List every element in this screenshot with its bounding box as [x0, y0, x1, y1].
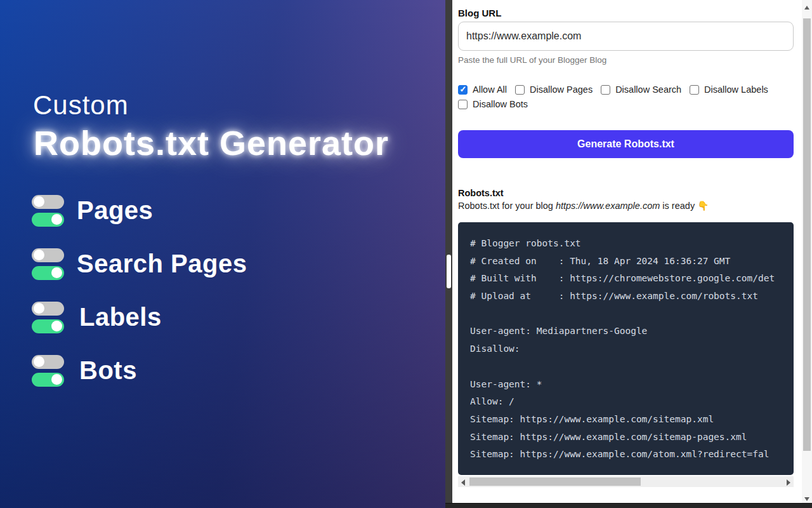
- code-line: Disallow:: [470, 344, 794, 361]
- checkbox-disallow-labels[interactable]: Disallow Labels: [690, 84, 768, 95]
- checkbox-unchecked-icon[interactable]: [690, 85, 699, 95]
- code-line: Sitemap: https://www.example.com/sitemap…: [470, 432, 794, 450]
- page-vertical-scrollbar-thumb[interactable]: [803, 18, 811, 451]
- window-bottom-edge: [445, 503, 812, 508]
- toggle-knob-icon: [34, 303, 44, 314]
- feature-toggle-list: Pages Search Pages Labels: [32, 194, 247, 387]
- code-line: # Created on : Thu, 18 Apr 2024 16:36:27…: [470, 256, 794, 274]
- checkbox-disallow-search[interactable]: Disallow Search: [601, 84, 681, 95]
- code-line: Allow: /: [470, 396, 794, 414]
- checkbox-disallow-pages[interactable]: Disallow Pages: [515, 84, 593, 95]
- toggle-label-pages: Pages: [77, 196, 153, 225]
- scroll-right-arrow-icon[interactable]: [787, 479, 790, 486]
- toggle-knob-icon: [51, 214, 62, 225]
- checkbox-label: Allow All: [473, 84, 507, 95]
- toggle-item-pages: Pages: [32, 194, 247, 227]
- generate-robots-button[interactable]: Generate Robots.txt: [458, 130, 794, 158]
- search-pages-switch-stack: [32, 248, 64, 280]
- toggle-knob-icon: [51, 374, 62, 385]
- bots-switch-stack: [32, 355, 64, 387]
- scroll-left-arrow-icon[interactable]: [461, 479, 465, 486]
- toggle-item-search-pages: Search Pages: [32, 248, 247, 280]
- code-line: # Built with : https://chromewebstore.go…: [470, 273, 794, 291]
- pages-toggle-off-icon[interactable]: [32, 195, 64, 209]
- bots-toggle-on-icon[interactable]: [32, 373, 64, 387]
- search-pages-toggle-off-icon[interactable]: [32, 248, 64, 262]
- robots-generator-popup: Blog URL Paste the full URL of your Blog…: [452, 0, 802, 503]
- code-line: User-agent: *: [470, 379, 794, 397]
- checkbox-label: Disallow Pages: [530, 84, 593, 95]
- popup-left-scrollbar-thumb[interactable]: [447, 255, 451, 288]
- scroll-up-arrow-icon[interactable]: [804, 6, 809, 10]
- toggle-knob-icon: [34, 196, 44, 207]
- labels-switch-stack: [32, 302, 64, 333]
- labels-toggle-on-icon[interactable]: [32, 319, 64, 333]
- toggle-knob-icon: [34, 250, 44, 260]
- result-subtitle-suffix: is ready 👇: [660, 201, 709, 211]
- checkbox-disallow-bots[interactable]: Disallow Bots: [458, 99, 528, 109]
- pages-toggle-on-icon[interactable]: [32, 213, 64, 227]
- toggle-label-bots: Bots: [79, 356, 137, 385]
- code-horizontal-scrollbar[interactable]: [458, 476, 794, 487]
- rule-checkbox-group: Allow All Disallow Pages Disallow Search…: [458, 84, 794, 109]
- result-heading: Robots.txt: [458, 188, 794, 198]
- blog-url-hint: Paste the full URL of your Blogger Blog: [458, 55, 794, 65]
- code-line: # Blogger robots.txt: [470, 238, 794, 256]
- checkbox-label: Disallow Labels: [704, 84, 768, 95]
- promo-title-line2: Robots.txt Generator: [34, 123, 389, 163]
- labels-toggle-off-icon[interactable]: [32, 302, 64, 316]
- toggle-knob-icon: [34, 356, 44, 367]
- checkbox-checked-icon[interactable]: [458, 85, 468, 95]
- page-vertical-scrollbar[interactable]: [802, 0, 812, 508]
- toggle-item-labels: Labels: [32, 301, 247, 333]
- result-subtitle: Robots.txt for your blog https://www.exa…: [458, 201, 794, 211]
- search-pages-toggle-on-icon[interactable]: [32, 266, 64, 280]
- toggle-label-search-pages: Search Pages: [77, 250, 247, 278]
- code-line: Sitemap: https://www.example.com/atom.xm…: [470, 449, 794, 467]
- checkbox-label: Disallow Search: [615, 84, 681, 95]
- toggle-knob-icon: [51, 321, 62, 331]
- checkbox-unchecked-icon[interactable]: [601, 85, 610, 95]
- popup-left-scrollbar[interactable]: [445, 0, 452, 508]
- blog-url-label: Blog URL: [458, 8, 794, 18]
- code-line: # Upload at : https://www.example.com/ro…: [470, 291, 794, 309]
- promo-panel: Custom Robots.txt Generator Pages Search…: [0, 0, 445, 508]
- toggle-item-bots: Bots: [32, 354, 247, 387]
- bots-toggle-off-icon[interactable]: [32, 355, 64, 369]
- toggle-label-labels: Labels: [79, 303, 162, 331]
- checkbox-unchecked-icon[interactable]: [458, 100, 468, 109]
- checkbox-unchecked-icon[interactable]: [515, 85, 525, 95]
- code-line: [470, 361, 794, 379]
- blog-url-input[interactable]: [458, 22, 794, 51]
- scroll-down-arrow-icon[interactable]: [804, 497, 809, 501]
- code-line: [470, 309, 794, 326]
- promo-title-line1: Custom: [33, 90, 129, 121]
- toggle-knob-icon: [51, 267, 62, 278]
- pages-switch-stack: [32, 195, 64, 227]
- screenshot-stage: Custom Robots.txt Generator Pages Search…: [0, 0, 812, 508]
- result-subtitle-url: https://www.example.com: [556, 201, 660, 211]
- code-horizontal-scrollbar-thumb[interactable]: [469, 478, 641, 486]
- code-line: Sitemap: https://www.example.com/sitemap…: [470, 414, 794, 432]
- robots-txt-output: # Blogger robots.txt # Created on : Thu,…: [458, 222, 794, 475]
- checkbox-label: Disallow Bots: [473, 99, 528, 109]
- result-subtitle-prefix: Robots.txt for your blog: [458, 201, 556, 211]
- code-line: User-agent: Mediapartners-Google: [470, 326, 794, 344]
- checkbox-allow-all[interactable]: Allow All: [458, 84, 507, 95]
